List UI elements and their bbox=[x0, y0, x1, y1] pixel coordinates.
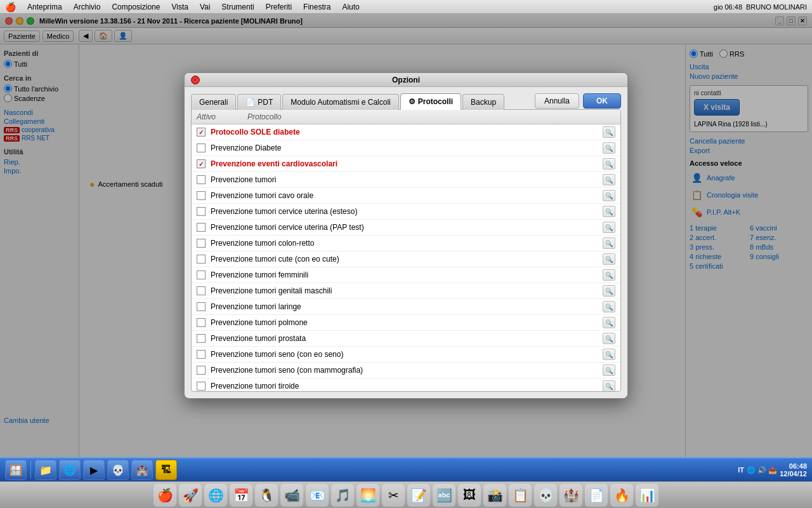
protocol-name-16[interactable]: Prevenzione tumori tiroide bbox=[211, 382, 603, 391]
modal-close-button[interactable]: ✕ bbox=[191, 76, 200, 84]
taskbar-play-btn[interactable]: ▶ bbox=[83, 460, 105, 480]
tab-backup[interactable]: Backup bbox=[462, 94, 504, 110]
protocol-name-14[interactable]: Prevenzione tumori seno (con eo seno) bbox=[211, 350, 603, 359]
dock-icon-11[interactable]: 🔤 bbox=[433, 484, 455, 507]
protocol-checkbox-12[interactable] bbox=[197, 318, 206, 327]
dock-icon-17[interactable]: 📄 bbox=[585, 484, 608, 507]
protocol-search-icon-2[interactable]: 🔍 bbox=[603, 158, 615, 170]
protocol-checkbox-13[interactable] bbox=[197, 334, 206, 343]
dock-icon-1[interactable]: 🚀 bbox=[179, 484, 202, 507]
menu-aiuto[interactable]: Aiuto bbox=[337, 1, 364, 13]
protocol-name-5[interactable]: Prevenzione tumori cervice uterina (este… bbox=[211, 207, 603, 216]
protocol-checkbox-4[interactable] bbox=[197, 191, 206, 200]
protocol-checkbox-11[interactable] bbox=[197, 302, 206, 311]
dock-icon-2[interactable]: 🌐 bbox=[204, 484, 227, 507]
protocol-search-icon-15[interactable]: 🔍 bbox=[603, 364, 615, 376]
protocol-checkbox-2[interactable]: ✓ bbox=[197, 159, 206, 168]
taskbar-castle-btn[interactable]: 🏰 bbox=[131, 460, 153, 480]
dock-icon-7[interactable]: 🎵 bbox=[331, 484, 354, 507]
protocol-name-9[interactable]: Prevenzione tumori femminili bbox=[211, 271, 603, 279]
protocol-search-icon-1[interactable]: 🔍 bbox=[603, 142, 615, 154]
protocol-search-icon-0[interactable]: 🔍 bbox=[603, 126, 615, 138]
menu-vista[interactable]: Vista bbox=[166, 1, 193, 13]
protocol-checkbox-9[interactable] bbox=[197, 271, 206, 279]
protocol-name-1[interactable]: Prevenzione Diabete bbox=[211, 144, 603, 152]
menu-finestra[interactable]: Finestra bbox=[298, 1, 336, 13]
protocol-checkbox-15[interactable] bbox=[197, 366, 206, 375]
protocol-checkbox-14[interactable] bbox=[197, 350, 206, 359]
protocol-search-icon-13[interactable]: 🔍 bbox=[603, 333, 615, 344]
dock-icon-0[interactable]: 🍎 bbox=[154, 484, 176, 507]
protocol-row-3: Prevenzione tumori🔍 bbox=[192, 172, 620, 188]
menu-vai[interactable]: Vai bbox=[195, 1, 215, 13]
taskbar-folder-btn[interactable]: 📁 bbox=[35, 460, 56, 480]
taskbar-build-btn[interactable]: 🏗 bbox=[155, 460, 177, 480]
dock-icon-18[interactable]: 🔥 bbox=[610, 484, 633, 507]
menu-preferiti[interactable]: Preferiti bbox=[261, 1, 297, 13]
protocol-name-8[interactable]: Prevenzione tumori cute (con eo cute) bbox=[211, 255, 603, 264]
dock-icon-8[interactable]: 🌅 bbox=[357, 484, 379, 507]
taskbar-skull-btn[interactable]: 💀 bbox=[107, 460, 129, 480]
dock-icon-13[interactable]: 📸 bbox=[483, 484, 506, 507]
menu-strumenti[interactable]: Strumenti bbox=[216, 1, 259, 13]
tab-row: Generali 📄 PDT Modulo Automatismi e Calc… bbox=[191, 93, 621, 110]
dock-icon-3[interactable]: 📅 bbox=[230, 484, 252, 507]
taskbar-start-btn[interactable]: 🪟 bbox=[5, 460, 27, 480]
protocol-checkbox-3[interactable] bbox=[197, 175, 206, 184]
dock-icon-10[interactable]: 📝 bbox=[407, 484, 430, 507]
protocol-name-12[interactable]: Prevenzione tumori polmone bbox=[211, 318, 603, 327]
apple-menu[interactable]: 🍎 bbox=[5, 2, 16, 12]
protocol-name-3[interactable]: Prevenzione tumori bbox=[211, 175, 603, 184]
protocol-search-icon-16[interactable]: 🔍 bbox=[603, 380, 615, 391]
protocol-name-6[interactable]: Prevenzione tumori cervice uterina (PAP … bbox=[211, 223, 603, 232]
protocol-checkbox-1[interactable] bbox=[197, 144, 206, 152]
protocol-checkbox-7[interactable] bbox=[197, 239, 206, 248]
protocol-checkbox-0[interactable]: ✓ bbox=[197, 128, 206, 137]
protocol-name-2[interactable]: Prevenzione eventi cardiovascolari bbox=[211, 159, 603, 168]
dock-icon-19[interactable]: 📊 bbox=[636, 484, 658, 507]
protocol-name-13[interactable]: Prevenzione tumori prostata bbox=[211, 334, 603, 343]
protocol-name-4[interactable]: Prevenzione tumori cavo orale bbox=[211, 191, 603, 200]
menu-archivio[interactable]: Archivio bbox=[69, 1, 106, 13]
protocol-name-7[interactable]: Prevenzione tumori colon-retto bbox=[211, 239, 603, 248]
dock-icon-5[interactable]: 📹 bbox=[280, 484, 303, 507]
tab-pdt[interactable]: 📄 PDT bbox=[237, 94, 281, 110]
menu-anteprima[interactable]: Anteprima bbox=[22, 1, 67, 13]
tab-generali[interactable]: Generali bbox=[191, 94, 236, 110]
menu-composizione[interactable]: Composizione bbox=[107, 1, 165, 13]
protocol-search-icon-5[interactable]: 🔍 bbox=[603, 206, 615, 217]
annulla-button[interactable]: Annulla bbox=[535, 93, 579, 109]
dock-icon-12[interactable]: 🖼 bbox=[458, 484, 481, 507]
protocol-search-icon-10[interactable]: 🔍 bbox=[603, 285, 615, 297]
tab-automatismi[interactable]: Modulo Automatismi e Calcoli bbox=[282, 94, 398, 110]
dock-icon-6[interactable]: 📧 bbox=[306, 484, 329, 507]
tab-protocolli[interactable]: ⚙ Protocolli bbox=[400, 93, 461, 110]
dock-icon-9[interactable]: ✂ bbox=[382, 484, 405, 507]
protocol-checkbox-5[interactable] bbox=[197, 207, 206, 216]
protocol-name-10[interactable]: Prevenzione tumori genitali maschili bbox=[211, 286, 603, 295]
protocol-search-icon-4[interactable]: 🔍 bbox=[603, 190, 615, 201]
protocol-checkbox-16[interactable] bbox=[197, 382, 206, 391]
protocol-search-icon-14[interactable]: 🔍 bbox=[603, 349, 615, 360]
protocol-row-6: Prevenzione tumori cervice uterina (PAP … bbox=[192, 220, 620, 236]
protocol-row-14: Prevenzione tumori seno (con eo seno)🔍 bbox=[192, 347, 620, 363]
protocol-name-15[interactable]: Prevenzione tumori seno (con mammografia… bbox=[211, 366, 603, 375]
protocol-search-icon-3[interactable]: 🔍 bbox=[603, 174, 615, 185]
protocol-name-0[interactable]: Protocollo SOLE diabete bbox=[211, 128, 603, 137]
protocol-checkbox-10[interactable] bbox=[197, 286, 206, 295]
protocol-search-icon-8[interactable]: 🔍 bbox=[603, 253, 615, 265]
protocol-search-icon-6[interactable]: 🔍 bbox=[603, 222, 615, 233]
protocol-search-icon-7[interactable]: 🔍 bbox=[603, 237, 615, 249]
protocol-search-icon-12[interactable]: 🔍 bbox=[603, 317, 615, 328]
protocol-name-11[interactable]: Prevenzione tumori laringe bbox=[211, 302, 603, 311]
dock-icon-4[interactable]: 🐧 bbox=[255, 484, 278, 507]
dock-icon-15[interactable]: 💀 bbox=[534, 484, 557, 507]
ok-button[interactable]: OK bbox=[583, 93, 621, 109]
taskbar-ie-btn[interactable]: 🌐 bbox=[59, 460, 81, 480]
protocol-checkbox-6[interactable] bbox=[197, 223, 206, 232]
protocol-search-icon-9[interactable]: 🔍 bbox=[603, 269, 615, 281]
dock-icon-14[interactable]: 📋 bbox=[509, 484, 532, 507]
protocol-checkbox-8[interactable] bbox=[197, 255, 206, 264]
dock-icon-16[interactable]: 🏰 bbox=[560, 484, 582, 507]
protocol-search-icon-11[interactable]: 🔍 bbox=[603, 301, 615, 312]
